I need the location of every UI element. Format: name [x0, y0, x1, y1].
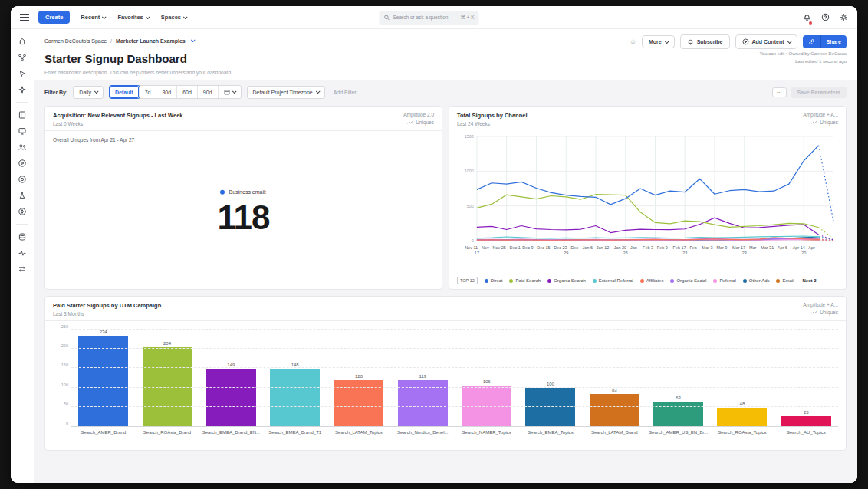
legend-item-organic-social[interactable]: Organic Social [670, 278, 706, 283]
favorites-menu[interactable]: Favorites [117, 14, 148, 21]
interval-dropdown[interactable]: Daily [73, 86, 104, 99]
legend-item-organic-search[interactable]: Organic Search [547, 278, 586, 283]
bar-value-label: 106 [483, 379, 491, 384]
line-chart-card[interactable]: Total Signups by Channel Last 24 Weeks A… [449, 106, 847, 290]
pulse-icon[interactable] [18, 248, 27, 258]
bar-Search_AMER_Brand[interactable] [78, 336, 128, 426]
kpi-card[interactable]: Acquisition: New Relevant Signups - Last… [44, 106, 442, 290]
add-content-label: Add Content [752, 39, 784, 44]
copy-link-button[interactable] [803, 35, 821, 48]
calendar-icon [224, 89, 230, 95]
bar-slot: 63 [646, 321, 710, 426]
database-icon[interactable] [18, 232, 27, 241]
share-label: Share [827, 39, 841, 44]
sparkle-icon[interactable] [18, 85, 27, 94]
legend-item-paid-search[interactable]: Paid Search [509, 278, 541, 283]
line-card-source: Amplitude + A... [803, 112, 838, 117]
add-content-button[interactable]: Add Content [735, 34, 797, 49]
range-option-90d[interactable]: 90d [198, 86, 219, 98]
x-axis-tick-label: Jan 6 - Jan 12 [583, 245, 610, 250]
flask-icon[interactable] [18, 191, 27, 200]
bar-Search_AU_Topics[interactable] [781, 416, 831, 426]
help-icon[interactable] [821, 13, 830, 21]
bar-Search_EMEA_Brand_EN...[interactable] [206, 369, 256, 426]
dashboard-description-input[interactable]: Enter dashboard description. This can he… [44, 70, 630, 75]
flow-icon[interactable] [18, 264, 27, 274]
bar-slot: 234 [71, 321, 135, 426]
range-option-60d[interactable]: 60d [177, 86, 198, 98]
x-axis-category-label: Search_LATAM_Brand [583, 430, 646, 435]
legend-item-affiliates[interactable]: Affiliates [640, 278, 664, 283]
line-series-dashed-affiliates [819, 239, 833, 240]
range-option-7d[interactable]: 7d [140, 86, 157, 98]
favorite-star-icon[interactable]: ☆ [630, 38, 636, 46]
grid-line-horizontal [71, 348, 838, 349]
users-icon[interactable] [18, 143, 27, 152]
bar-slot: 25 [774, 321, 838, 426]
add-filter-button[interactable]: Add Filter [334, 90, 357, 95]
x-axis-tick-label: Apr 14 - Apr20 [793, 245, 815, 255]
bar-chart-card[interactable]: Paid Starter Signups by UTM Campaign Las… [44, 296, 847, 451]
bar-Search_EMEA_Brand_T1[interactable] [270, 369, 320, 426]
header-actions: ☆ More Subscribe Add Content Sha [630, 34, 847, 49]
recent-menu[interactable]: Recent [81, 14, 105, 21]
legend-top-badge: TOP 12 [457, 277, 478, 284]
line-series-dashed-direct [819, 146, 833, 222]
filter-overflow-button[interactable]: ⋯ [772, 87, 787, 97]
breadcrumb-page[interactable]: Marketer Launch Examples [116, 38, 186, 44]
custom-date-range-button[interactable] [219, 86, 241, 98]
monitor-icon[interactable] [18, 126, 27, 136]
subscribe-button[interactable]: Subscribe [680, 34, 730, 49]
legend-item-other-ads[interactable]: Other Ads [743, 278, 770, 283]
spaces-menu[interactable]: Spaces [161, 14, 186, 21]
legend-next-button[interactable]: Next 3 [803, 278, 817, 283]
x-axis-tick-label: Jan 20 - Jan26 [614, 245, 637, 255]
notebook-icon[interactable] [18, 110, 27, 120]
dashboard-header: Carmen DeCouto's Space / Marketer Launch… [34, 29, 857, 80]
range-option-30d[interactable]: 30d [156, 86, 177, 98]
line-series-paid-search[interactable] [477, 195, 819, 228]
home-icon[interactable] [18, 37, 27, 46]
timezone-dropdown[interactable]: Default Project Timezone [247, 86, 325, 99]
bar-value-label: 120 [355, 374, 363, 379]
y-axis-tick-label: 50 [51, 402, 68, 406]
x-axis-category-label: Search_EMEA_Brand_T1 [263, 430, 327, 435]
legend-item-email[interactable]: Email [776, 278, 794, 283]
x-axis-tick-label: Feb 3 - Feb 9 [643, 245, 668, 250]
settings-gear-icon[interactable] [840, 13, 848, 21]
search-input[interactable]: Search or ask a question ⌘ + K [380, 11, 479, 25]
bar-Search_ROAsia_Topics[interactable] [717, 408, 767, 426]
y-axis-tick-label: 1500 [465, 134, 474, 139]
breadcrumb-chevron-icon[interactable] [191, 38, 196, 42]
play-circle-icon[interactable] [18, 159, 27, 168]
x-axis-category-label: Search_ROAsia_Topics [710, 430, 774, 435]
more-label: More [649, 39, 662, 44]
legend-item-direct[interactable]: Direct [485, 278, 503, 283]
more-button[interactable]: More [642, 35, 675, 48]
x-axis-tick-label: Dec 9 - Dec 15 [522, 245, 550, 250]
legend-item-external-referral[interactable]: External Referral [593, 278, 633, 283]
compass-icon[interactable] [18, 207, 27, 216]
kpi-card-title: Acquisition: New Relevant Signups - Last… [53, 112, 182, 119]
notifications-button[interactable] [803, 11, 811, 25]
range-option-default[interactable]: Default [110, 86, 140, 98]
share-button[interactable]: Share [821, 35, 847, 48]
create-button[interactable]: Create [38, 11, 70, 24]
line-series-organic-search[interactable] [477, 218, 819, 235]
line-chart-body: 050010001500Nov 11 - Nov17Nov 25 - Dec 1… [449, 130, 846, 275]
donut-icon[interactable] [18, 175, 27, 184]
grid-line-horizontal [71, 387, 838, 388]
breadcrumb-space[interactable]: Carmen DeCouto's Space [44, 38, 107, 44]
cursor-click-icon[interactable] [18, 69, 27, 78]
save-parameters-button[interactable]: Save Parameters [791, 87, 847, 98]
x-axis-category-label: Search_AMER_Brand [71, 430, 135, 435]
line-series-direct[interactable] [477, 146, 819, 205]
chevron-down-icon [183, 15, 188, 19]
hamburger-menu-icon[interactable] [20, 14, 29, 21]
x-axis-tick-label: Nov 11 - Nov17 [465, 245, 489, 255]
x-axis-tick-label: Mar 3 - Mar 9 [702, 245, 728, 250]
bar-Search_LATAM_Brand[interactable] [590, 394, 639, 426]
legend-item-referral[interactable]: Referral [713, 278, 735, 283]
kpi-card-body: Overall Uniques from Apr 21 - Apr 27 Bus… [45, 131, 442, 289]
sitemap-icon[interactable] [18, 53, 27, 62]
